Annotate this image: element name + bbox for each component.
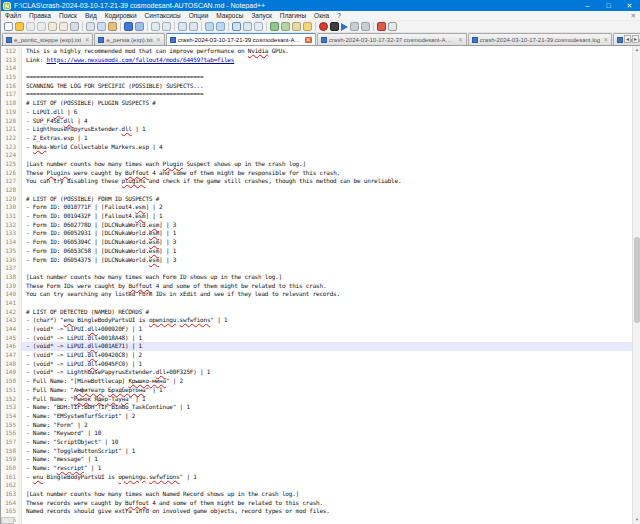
folder-as-workspace-icon[interactable]	[303, 22, 312, 31]
window-title: F:\CLAS\crash-2024-03-10-17-21-39 cosmod…	[14, 2, 577, 9]
tab-3[interactable]: crash-2024-03-10-17-32-37 cosmodesant-AU…	[317, 33, 467, 45]
menu-item-7[interactable]: Макросы	[212, 12, 247, 19]
undo-icon[interactable]	[124, 22, 133, 31]
copy-icon[interactable]	[97, 22, 106, 31]
replace-icon[interactable]	[162, 22, 171, 31]
menu-item-11[interactable]: ?	[333, 12, 345, 19]
play-macro-icon[interactable]	[341, 23, 348, 31]
tab-close-icon[interactable]: ✕	[603, 37, 608, 43]
tab-label: e_persia (exp).txt	[106, 37, 152, 43]
stop-macro-icon[interactable]	[330, 22, 339, 31]
line-text: - (void* -> LiPUI.dll+0018A48) | 1	[22, 334, 632, 343]
save-icon[interactable]	[26, 22, 35, 31]
line-text: SCANNING THE LOG FOR SPECIFIC (POSSIBLE)…	[22, 82, 632, 91]
misspelled-word: Крышко-мина	[128, 377, 166, 384]
editor-line: 112This is a highly recommended mod that…	[1, 47, 632, 56]
show-all-characters-icon[interactable]	[243, 22, 252, 31]
menu-item-2[interactable]: Поиск	[55, 12, 81, 19]
editor-line: 114	[1, 64, 632, 73]
misspelled-word: dll	[53, 108, 63, 115]
tab-1[interactable]: e_persia (exp).txt✕	[94, 33, 164, 45]
menu-item-8[interactable]: Запуск	[247, 12, 275, 19]
sync-vertical-icon[interactable]	[205, 22, 214, 31]
menu-item-1[interactable]: Правка	[25, 12, 55, 19]
save-all-icon[interactable]	[37, 22, 46, 31]
line-number: 148	[1, 360, 18, 369]
print-icon[interactable]	[70, 22, 79, 31]
notepad-plus-plus-icon: N	[3, 2, 11, 10]
tab-close-icon[interactable]: ✕	[305, 37, 312, 43]
editor-line: 140You can try searching any listed Form…	[1, 290, 632, 299]
line-text: - Form ID: 0010771F | [Fallout4.esm] | 2	[22, 203, 632, 212]
menubar-close-icon[interactable]: ✕	[627, 12, 640, 20]
scroll-down-arrow-icon[interactable]: ▼	[633, 516, 640, 524]
tab-close-icon[interactable]: ✕	[156, 37, 161, 43]
vertical-scrollbar[interactable]: ▲ ▼	[632, 46, 640, 524]
tab-label: crash-2024-03-10-17-32-37 cosmodesant-AU…	[329, 37, 455, 43]
menu-item-0[interactable]: Файл	[1, 12, 25, 19]
editor[interactable]: 112This is a highly recommended mod that…	[1, 46, 640, 524]
menu-item-6[interactable]: Опции	[185, 12, 213, 19]
redo-icon[interactable]	[135, 22, 144, 31]
line-text	[22, 64, 632, 73]
menu-item-10[interactable]: Окна	[310, 12, 333, 19]
tab-scroll-left-button[interactable]: ◄	[624, 35, 631, 43]
editor-line: 129# LIST OF (POSSIBLE) FORM ID SUSPECTS…	[1, 195, 632, 204]
menu-item-3[interactable]: Вид	[81, 12, 101, 19]
tab-4[interactable]: crash-2024-03-10-17-21-39 cosmodesant.lo…	[468, 33, 612, 45]
menu-item-5[interactable]: Синтаксисы	[141, 12, 185, 19]
tab-0[interactable]: e_pontic_steppe (exp).txt✕	[2, 33, 93, 45]
tab-2[interactable]: crash-2024-03-10-17-21-39 cosmodesant-AU…	[166, 33, 316, 45]
tab-scroll-right-button[interactable]: ►	[632, 35, 639, 43]
line-text: - Name: "Keyword" | 10	[22, 429, 632, 438]
scrollbar-thumb[interactable]	[634, 237, 640, 323]
line-text: - Form ID: 06052931 | [DLCNukaWorld.esm]…	[22, 229, 632, 238]
line-number: 112	[1, 47, 18, 56]
misspelled-word: dll	[87, 360, 97, 367]
sync-horizontal-icon[interactable]	[216, 22, 225, 31]
indent-guide-icon[interactable]	[254, 22, 263, 31]
close-all-icon[interactable]	[59, 22, 68, 31]
open-folder-icon[interactable]	[15, 22, 24, 31]
maximize-button[interactable]: □	[598, 0, 619, 11]
editor-line: 116SCANNING THE LOG FOR SPECIFIC (POSSIB…	[1, 82, 632, 91]
minimize-button[interactable]: –	[577, 0, 598, 11]
paste-icon[interactable]	[108, 22, 117, 31]
editor-line: 121- LighthousePapyrusExtender.dll | 1	[1, 125, 632, 134]
misspelled-word: enu	[64, 316, 74, 323]
close-button[interactable]: ✕	[619, 0, 640, 11]
line-number: 131	[1, 212, 18, 221]
zoom-out-icon[interactable]	[189, 22, 198, 31]
menu-item-4[interactable]: Кодировки	[101, 12, 141, 19]
record-macro-icon[interactable]	[319, 22, 328, 31]
link[interactable]: https://www.nexusmods.com/fallout4/mods/…	[46, 56, 234, 63]
tab-close-icon[interactable]: ✕	[458, 37, 463, 43]
editor-text-area[interactable]: 112This is a highly recommended mod that…	[1, 46, 632, 524]
zoom-in-icon[interactable]	[178, 22, 187, 31]
run-macro-icon[interactable]	[361, 22, 370, 31]
tab-label: crash-2024-03-10-17-21-39 cosmodesant-AU…	[178, 37, 302, 43]
misspelled-word: Рынок	[74, 395, 91, 402]
line-text: - Nuka-World Collectable Markers.esp | 4	[22, 143, 632, 152]
function-list-icon[interactable]	[270, 22, 279, 31]
line-number: 154	[1, 412, 18, 421]
spell-check-icon[interactable]	[377, 22, 386, 31]
scroll-up-arrow-icon[interactable]: ▲	[633, 46, 640, 54]
line-number: 164	[1, 499, 18, 508]
document-map-icon[interactable]	[281, 22, 290, 31]
cut-icon[interactable]	[86, 22, 95, 31]
find-icon[interactable]	[151, 22, 160, 31]
editor-line: 147- (void* -> LiPUI.dll+00420C8) | 2	[1, 351, 632, 360]
menu-item-9[interactable]: Плагины	[276, 12, 310, 19]
editor-line: 160- Name: "rescript" | 1	[1, 464, 632, 473]
monitoring-icon[interactable]	[388, 22, 397, 31]
line-number: 137	[1, 264, 18, 273]
word-wrap-icon[interactable]	[232, 22, 241, 31]
tab-close-icon[interactable]: ✕	[84, 37, 89, 43]
document-list-icon[interactable]	[292, 22, 301, 31]
new-file-icon[interactable]	[4, 22, 13, 31]
misspelled-word: esm	[149, 256, 159, 263]
save-macro-icon[interactable]	[350, 22, 359, 31]
editor-line: 145- (void* -> LiPUI.dll+0018A48) | 1	[1, 334, 632, 343]
close-icon[interactable]	[48, 22, 57, 31]
